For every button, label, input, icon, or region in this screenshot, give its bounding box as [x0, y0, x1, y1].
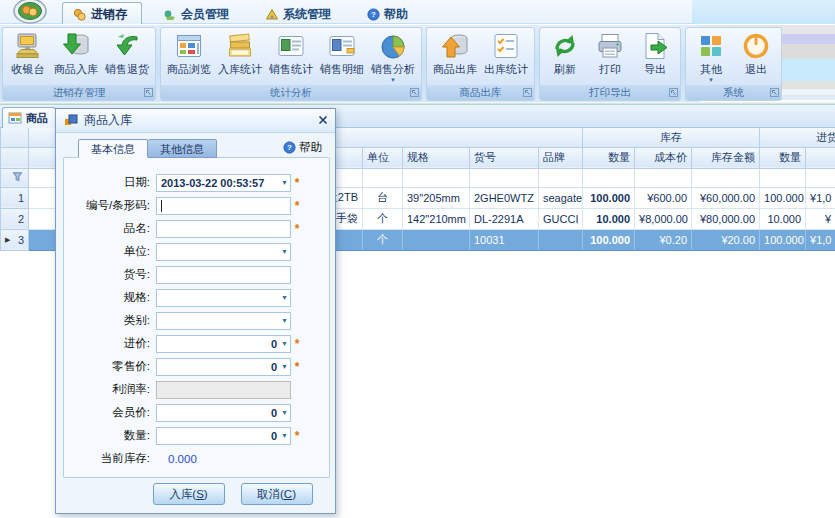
ribbon-tab-4[interactable]: ?帮助	[356, 2, 423, 25]
field-label: 编号/条形码:	[64, 198, 156, 213]
text-input[interactable]	[156, 197, 291, 215]
field-label: 会员价:	[64, 405, 156, 420]
cancel-button[interactable]: 取消(C)	[241, 483, 313, 505]
column-header[interactable]: 数量	[760, 147, 806, 168]
ribbon-group-caption: 进销存管理	[3, 85, 155, 100]
row-number-cell[interactable]: ▶3	[1, 229, 29, 250]
dropdown-arrow-icon[interactable]: ▼	[281, 340, 288, 347]
stockin-stats-button[interactable]: 入库统计	[215, 29, 265, 77]
export-button[interactable]: 导出	[633, 29, 677, 77]
cell: 台	[363, 187, 403, 208]
column-header[interactable]: 数量	[583, 147, 635, 168]
filter-cell[interactable]	[692, 168, 760, 187]
ribbon-tab-2[interactable]: 会员管理	[152, 2, 244, 25]
cell: GUCCI	[539, 208, 583, 229]
sales-return-button[interactable]: 销售退货	[102, 29, 152, 77]
column-header[interactable]: 库存金额	[692, 147, 760, 168]
cell: ¥80,000.00	[692, 208, 760, 229]
sales-detail-icon	[327, 31, 357, 61]
cell: ¥600.00	[635, 187, 692, 208]
filter-cell[interactable]	[363, 168, 403, 187]
filter-cell[interactable]	[583, 168, 635, 187]
text-caret	[161, 200, 162, 212]
filter-cell[interactable]	[806, 168, 835, 187]
dialog-launcher-icon[interactable]	[523, 88, 532, 97]
column-header[interactable]: 品牌	[539, 147, 583, 168]
current-stock-value: 0.000	[156, 453, 197, 465]
cell: 个	[363, 208, 403, 229]
other-button[interactable]: 其他▼	[689, 29, 733, 83]
stock-in-button[interactable]: 商品入库	[51, 29, 101, 77]
filter-cell[interactable]	[539, 168, 583, 187]
filter-cell[interactable]	[403, 168, 470, 187]
column-header[interactable]	[806, 147, 835, 168]
ribbon-group: 商品出库出库统计商品出库	[426, 27, 535, 101]
stockout-stats-button[interactable]: 出库统计	[481, 29, 531, 77]
column-header[interactable]: 成本价	[635, 147, 692, 168]
browse-icon	[174, 31, 204, 61]
sales-analysis-button[interactable]: 销售分析▼	[368, 29, 418, 83]
ribbon-tab-label: 会员管理	[181, 6, 229, 23]
field-row: 规格:▼	[64, 286, 329, 309]
row-number-cell[interactable]: 2	[1, 208, 29, 229]
dropdown-arrow-icon[interactable]: ▼	[281, 179, 288, 186]
date-combo[interactable]: 2013-03-22 00:53:57	[156, 174, 291, 192]
field-row: 编号/条形码:*	[64, 194, 329, 217]
field-control: 2013-03-22 00:53:57▼	[156, 174, 291, 192]
dropdown-arrow-icon[interactable]: ▼	[281, 363, 288, 370]
combo-select[interactable]	[156, 243, 291, 261]
dialog-tab-1[interactable]: 基本信息	[78, 139, 148, 158]
close-icon[interactable]	[318, 115, 328, 125]
dialog-launcher-icon[interactable]	[669, 88, 678, 97]
field-control: 0▼	[156, 427, 291, 445]
ribbon-tab-1[interactable]: 进销存	[62, 2, 142, 25]
sales-detail-button[interactable]: 销售明细	[317, 29, 367, 77]
filter-cell[interactable]	[635, 168, 692, 187]
column-header[interactable]: 规格	[403, 147, 470, 168]
spin-input[interactable]: 0	[156, 358, 291, 376]
ribbon: 收银台商品入库销售退货进销存管理商品浏览入库统计销售统计销售明细销售分析▼统计分…	[0, 24, 835, 102]
spin-input[interactable]: 0	[156, 404, 291, 422]
dropdown-arrow-icon[interactable]: ▼	[281, 409, 288, 416]
ribbon-group: 刷新打印导出打印导出	[539, 27, 681, 101]
app-logo-button[interactable]	[4, 0, 56, 24]
field-label: 货号:	[64, 267, 156, 282]
cell: 10.000	[760, 208, 806, 229]
refresh-button[interactable]: 刷新	[543, 29, 587, 77]
exit-button[interactable]: 退出	[734, 29, 778, 77]
dropdown-arrow-icon[interactable]: ▼	[281, 248, 288, 255]
required-asterisk: *	[291, 199, 303, 213]
dialog-launcher-icon[interactable]	[410, 88, 419, 97]
ribbon-tab-3[interactable]: 系统管理	[254, 2, 346, 25]
help-link[interactable]: ? 帮助	[283, 140, 322, 155]
dropdown-arrow-icon[interactable]: ▼	[281, 317, 288, 324]
row-number-cell[interactable]: 1	[1, 187, 29, 208]
browse-button[interactable]: 商品浏览	[164, 29, 214, 77]
dropdown-arrow-icon[interactable]: ▼	[281, 294, 288, 301]
cell: ¥1,0	[806, 229, 835, 250]
dialog-launcher-icon[interactable]	[144, 88, 153, 97]
column-header[interactable]: 单位	[363, 147, 403, 168]
stock-in-confirm-button[interactable]: 入库(S)	[153, 483, 225, 505]
text-input[interactable]	[156, 220, 291, 238]
combo-select[interactable]	[156, 289, 291, 307]
combo-select[interactable]	[156, 312, 291, 330]
column-header[interactable]: 货号	[470, 147, 539, 168]
filter-cell[interactable]	[470, 168, 539, 187]
spin-input[interactable]: 0	[156, 427, 291, 445]
filter-cell[interactable]	[760, 168, 806, 187]
dialog-launcher-icon[interactable]	[770, 88, 779, 97]
field-control: ▼	[156, 312, 291, 330]
sales-stats-button[interactable]: 销售统计	[266, 29, 316, 77]
cash-register-button[interactable]: 收银台	[6, 29, 50, 77]
dialog-tab-2[interactable]: 其他信息	[148, 139, 217, 158]
stock-out-button[interactable]: 商品出库	[430, 29, 480, 77]
print-button[interactable]: 打印	[588, 29, 632, 77]
spin-input[interactable]: 0	[156, 335, 291, 353]
cell	[403, 229, 470, 250]
text-input[interactable]	[156, 266, 291, 284]
dropdown-arrow-icon[interactable]: ▼	[281, 432, 288, 439]
field-control	[156, 220, 291, 238]
export-icon	[640, 31, 670, 61]
document-tab-goods[interactable]: 商品	[2, 107, 56, 128]
